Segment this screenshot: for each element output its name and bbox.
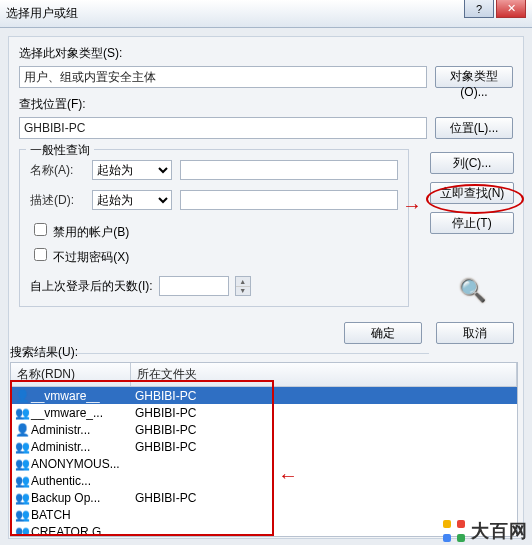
column-rdn[interactable]: 名称(RDN) (11, 363, 131, 386)
table-row[interactable]: 👥Authentic... (11, 472, 517, 489)
titlebar: 选择用户或组 ? ✕ (0, 0, 532, 28)
row-folder: GHBIBI-PC (135, 389, 196, 403)
row-folder: GHBIBI-PC (135, 491, 196, 505)
group-icon: 👥 (15, 457, 29, 471)
since-logon-spinner[interactable]: ▲▼ (235, 276, 251, 296)
since-logon-input[interactable] (159, 276, 229, 296)
row-name: Administr... (31, 423, 90, 437)
table-row[interactable]: 👥CREATOR G... (11, 523, 517, 537)
listview-body[interactable]: 👤__vmware__GHBIBI-PC👥__vmware_...GHBIBI-… (11, 387, 517, 537)
location-field (19, 117, 427, 139)
group-icon: 👥 (15, 406, 29, 420)
row-name: CREATOR G... (31, 525, 111, 538)
object-types-button[interactable]: 对象类型(O)... (435, 66, 513, 88)
user-icon: 👤 (15, 423, 29, 437)
results-label: 搜索结果(U): (10, 344, 78, 361)
column-folder[interactable]: 所在文件夹 (131, 363, 517, 386)
group-icon: 👥 (15, 508, 29, 522)
group-icon: 👥 (15, 440, 29, 454)
stop-button[interactable]: 停止(T) (430, 212, 514, 234)
general-query-legend: 一般性查询 (26, 142, 94, 159)
table-row[interactable]: 👥__vmware_...GHBIBI-PC (11, 404, 517, 421)
nonexpiring-password-input[interactable] (34, 248, 47, 261)
desc-input[interactable] (180, 190, 398, 210)
table-row[interactable]: 👥ANONYMOUS... (11, 455, 517, 472)
row-folder: GHBIBI-PC (135, 440, 196, 454)
table-row[interactable]: 👤Administr...GHBIBI-PC (11, 421, 517, 438)
results-listview[interactable]: 名称(RDN) 所在文件夹 👤__vmware__GHBIBI-PC👥__vmw… (10, 362, 518, 537)
group-icon: 👥 (15, 491, 29, 505)
group-icon: 👥 (15, 474, 29, 488)
object-type-field (19, 66, 427, 88)
user-icon: 👤 (15, 389, 29, 403)
general-query-group: 一般性查询 名称(A): 起始为 描述(D): 起始为 禁用的帐户(B) 不过期… (19, 149, 409, 307)
disabled-accounts-checkbox[interactable]: 禁用的帐户(B) (30, 220, 398, 241)
name-input[interactable] (180, 160, 398, 180)
cancel-button[interactable]: 取消 (436, 322, 514, 344)
window-title: 选择用户或组 (0, 5, 78, 22)
listview-header[interactable]: 名称(RDN) 所在文件夹 (11, 363, 517, 387)
close-button[interactable]: ✕ (496, 0, 526, 18)
name-label: 名称(A): (30, 162, 84, 179)
since-logon-label: 自上次登录后的天数(I): (30, 278, 153, 295)
row-name: Authentic... (31, 474, 91, 488)
location-label: 查找位置(F): (19, 96, 513, 113)
row-name: Administr... (31, 440, 90, 454)
table-row[interactable]: 👥Administr...GHBIBI-PC (11, 438, 517, 455)
table-row[interactable]: 👥BATCH (11, 506, 517, 523)
magnifier-icon: 🔍 (459, 278, 486, 304)
row-name: Backup Op... (31, 491, 100, 505)
row-name: ANONYMOUS... (31, 457, 120, 471)
row-name: __vmware_... (31, 406, 103, 420)
dialog-buttons: 确定 取消 (344, 322, 514, 344)
object-type-label: 选择此对象类型(S): (19, 45, 513, 62)
desc-label: 描述(D): (30, 192, 84, 209)
columns-button[interactable]: 列(C)... (430, 152, 514, 174)
name-match-select[interactable]: 起始为 (92, 160, 172, 180)
group-icon: 👥 (15, 525, 29, 538)
table-row[interactable]: 👥Backup Op...GHBIBI-PC (11, 489, 517, 506)
help-button[interactable]: ? (464, 0, 494, 18)
find-now-button[interactable]: 立即查找(N) (430, 182, 514, 204)
row-name: __vmware__ (31, 389, 100, 403)
locations-button[interactable]: 位置(L)... (435, 117, 513, 139)
ok-button[interactable]: 确定 (344, 322, 422, 344)
row-name: BATCH (31, 508, 71, 522)
disabled-accounts-input[interactable] (34, 223, 47, 236)
row-folder: GHBIBI-PC (135, 406, 196, 420)
window-buttons: ? ✕ (464, 0, 526, 18)
side-buttons: 列(C)... 立即查找(N) 停止(T) (430, 152, 514, 234)
nonexpiring-password-checkbox[interactable]: 不过期密码(X) (30, 245, 398, 266)
table-row[interactable]: 👤__vmware__GHBIBI-PC (11, 387, 517, 404)
desc-match-select[interactable]: 起始为 (92, 190, 172, 210)
row-folder: GHBIBI-PC (135, 423, 196, 437)
separator (19, 353, 429, 354)
